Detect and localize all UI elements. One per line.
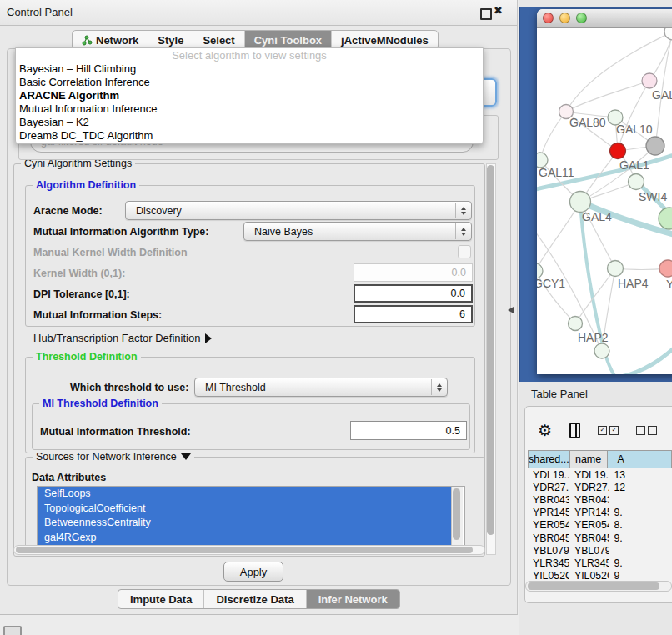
collapsed-arrow-icon — [205, 333, 212, 343]
kernel-width-field[interactable]: 0.0 — [354, 263, 473, 282]
table-row[interactable]: YBR045CYBR045C9. — [528, 532, 672, 544]
network-node[interactable] — [610, 143, 626, 159]
attribute-item-topologicalcoefficient[interactable]: TopologicalCoefficient — [38, 502, 456, 517]
network-node[interactable] — [608, 261, 624, 277]
attribute-item-selfloops[interactable]: SelfLoops — [38, 487, 456, 502]
table-row[interactable]: YLR345WYLR345W9. — [528, 557, 672, 569]
minimize-traffic-light-icon[interactable] — [559, 12, 570, 23]
tab-style[interactable]: Style — [148, 31, 193, 49]
network-edge[interactable] — [617, 338, 672, 374]
dropdown-item-mutual-information-inference[interactable]: Mutual Information Inference — [16, 102, 483, 116]
control-panel-titlebar[interactable]: Control Panel ✖ — [0, 0, 517, 26]
hub-definition-label: Hub/Transcription Factor Definition — [33, 332, 200, 344]
tab-jactivemnodules[interactable]: jActiveMNodules — [331, 31, 438, 49]
dropdown-item-basic-correlation-inference[interactable]: Basic Correlation Inference — [16, 76, 483, 89]
attribute-item-gal4rgexp[interactable]: gal4RGexp — [38, 531, 456, 546]
network-view-window[interactable]: GALGAL80GAL10GAL1GAL11SWI4GAL4GCY1HAP4YH… — [537, 9, 672, 374]
table-body: YDL19...YDL19...13YDR27...YDR27...12YBR0… — [528, 468, 672, 582]
tab-select[interactable]: Select — [193, 31, 243, 49]
table-row[interactable]: YDR27...YDR27...12 — [528, 481, 672, 493]
zoom-traffic-light-icon[interactable] — [576, 12, 587, 23]
tab-network[interactable]: Network — [73, 31, 148, 49]
table-cell: YPR145W — [528, 507, 569, 518]
bottom-tab-infer-network[interactable]: Infer Network — [306, 590, 399, 608]
table-cell: YIL052C — [528, 570, 569, 582]
dropdown-item-bayesian-hill-climbing[interactable]: Bayesian – Hill Climbing — [16, 62, 483, 76]
table-cell: YBR043C — [528, 494, 569, 506]
network-window-titlebar[interactable] — [537, 9, 672, 28]
network-graph[interactable]: GALGAL80GAL10GAL1GAL11SWI4GAL4GCY1HAP4YH… — [537, 28, 672, 374]
mi-type-value: Naive Bayes — [254, 226, 313, 238]
network-edge[interactable] — [566, 81, 649, 112]
table-panel-toolbar: ⚙ ✓✓ — [524, 412, 672, 448]
combo-stepper-icon — [455, 223, 470, 239]
manual-kernel-checkbox[interactable] — [458, 245, 471, 258]
column-header-a[interactable]: A — [608, 450, 672, 468]
table-row[interactable]: YER054CYER054C8. — [528, 519, 672, 532]
deselect-all-checkboxes-icon[interactable] — [636, 426, 657, 435]
mi-threshold-group-title: MI Threshold Definition — [39, 398, 162, 409]
gear-icon[interactable]: ⚙ — [538, 422, 552, 438]
settings-horizontal-scrollbar-thumb[interactable] — [16, 547, 473, 553]
settings-vertical-scrollbar-thumb[interactable] — [487, 165, 494, 535]
node-label: GAL4 — [582, 210, 612, 223]
attribute-item-betweennesscentrality[interactable]: BetweennessCentrality — [38, 516, 456, 531]
table-row[interactable]: YDL19...YDL19...13 — [528, 468, 672, 481]
attributes-list-scrollbar-thumb[interactable] — [453, 488, 460, 540]
dpi-tolerance-field[interactable]: 0.0 — [354, 284, 473, 302]
mi-threshold-label: Mutual Information Threshold: — [40, 426, 191, 438]
tab-cyni-toolbox[interactable]: Cyni Toolbox — [244, 31, 331, 49]
threshold-definition-title: Threshold Definition — [33, 351, 141, 362]
apply-button[interactable]: Apply — [223, 562, 283, 582]
network-node[interactable] — [664, 28, 672, 40]
mi-steps-field[interactable]: 6 — [354, 305, 473, 323]
network-node[interactable] — [646, 137, 664, 155]
dpi-tolerance-label: DPI Tolerance [0,1]: — [33, 288, 130, 300]
table-row[interactable]: YBL079WYBL079W — [528, 544, 672, 557]
table-cell: YER054C — [528, 519, 569, 531]
table-row[interactable]: YBR043CYBR043C — [528, 493, 672, 506]
table-cell: 9. — [609, 507, 672, 518]
network-edge[interactable] — [540, 112, 566, 160]
network-node[interactable] — [659, 260, 672, 277]
network-node[interactable] — [642, 73, 657, 88]
close-traffic-light-icon[interactable] — [543, 12, 554, 23]
combo-stepper-icon — [431, 379, 446, 395]
float-window-icon[interactable] — [480, 8, 492, 20]
table-row[interactable]: YPR145WYPR145W9. — [528, 507, 672, 519]
dropdown-item-bayesian-k2[interactable]: Bayesian – K2 — [16, 116, 483, 129]
column-header-shared-[interactable]: shared... — [528, 450, 570, 468]
mi-threshold-field[interactable]: 0.5 — [350, 421, 467, 440]
table-cell: YER054C — [569, 519, 609, 531]
network-node[interactable] — [659, 208, 672, 229]
table-horizontal-scrollbar-thumb[interactable] — [528, 582, 659, 590]
aracne-mode-combo[interactable]: Discovery — [125, 201, 472, 220]
sources-group-title[interactable]: Sources for Network Inference — [33, 451, 194, 462]
network-edge[interactable] — [537, 202, 580, 271]
which-threshold-combo[interactable]: MI Threshold — [194, 378, 448, 397]
close-icon[interactable]: ✖ — [494, 4, 503, 17]
table-cell: 12 — [609, 482, 672, 493]
network-node[interactable] — [594, 343, 609, 358]
data-attributes-list[interactable]: SelfLoopsTopologicalCoefficientBetweenne… — [37, 486, 465, 548]
bottom-tab-discretize-data[interactable]: Discretize Data — [203, 590, 305, 608]
network-canvas[interactable]: GALGAL80GAL10GAL1GAL11SWI4GAL4GCY1HAP4YH… — [537, 28, 672, 374]
table-cell: YDR27... — [528, 482, 569, 493]
split-divider-arrow-icon[interactable] — [508, 307, 514, 313]
bottom-tab-impute-data[interactable]: Impute Data — [118, 590, 203, 608]
mi-type-combo[interactable]: Naive Bayes — [243, 222, 472, 241]
network-node[interactable] — [569, 317, 583, 331]
columns-icon[interactable] — [569, 422, 580, 438]
table-cell: 8. — [609, 519, 672, 531]
dropdown-item-aracne-algorithm[interactable]: ARACNE Algorithm — [16, 89, 483, 102]
hub-definition-toggle[interactable]: Hub/Transcription Factor Definition — [33, 332, 212, 344]
network-node[interactable] — [629, 174, 644, 190]
select-all-checkboxes-icon[interactable]: ✓✓ — [598, 426, 619, 435]
column-header-name[interactable]: name — [570, 450, 608, 468]
kernel-width-value: 0.0 — [452, 267, 466, 278]
bottom-left-corner-button[interactable] — [3, 626, 22, 635]
data-attributes-label: Data Attributes — [32, 472, 106, 483]
network-node[interactable] — [570, 192, 591, 212]
network-tab-icon — [82, 35, 93, 46]
dropdown-item-dream8-dc-tdc-algorithm[interactable]: Dream8 DC_TDC Algorithm — [16, 129, 483, 142]
